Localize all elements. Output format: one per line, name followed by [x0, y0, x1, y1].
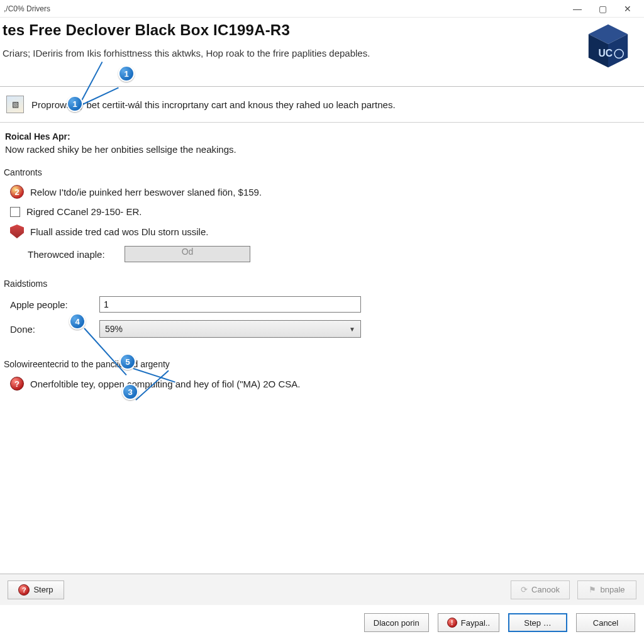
cantronts-checkbox-text: Rigred CCanel 29-150- ER. — [26, 206, 142, 217]
cancel-button[interactable]: Cancel — [576, 613, 635, 632]
picture-icon: ▧ — [6, 96, 24, 113]
logo-cube-icon: UC — [584, 21, 638, 72]
sterp-label: Sterp — [33, 585, 53, 594]
shield-icon — [10, 225, 24, 238]
step-button[interactable]: Step … — [508, 613, 567, 632]
callout-1b: 1 — [67, 96, 83, 112]
callout-1a: 1 — [118, 65, 135, 82]
minimize-button[interactable]: — — [565, 1, 590, 16]
checkbox[interactable] — [10, 207, 20, 217]
cantronts-shield-text: Fluall asside tred cad wos Dlu storn uss… — [30, 226, 208, 237]
solow-text: Onerfoltible tey, oppen compulting and h… — [30, 379, 300, 389]
cancel-label: Cancel — [593, 618, 618, 628]
info-row: ▧ Proprows dy bet certiit-wál this incro… — [0, 87, 644, 122]
bnpale-label: bnpale — [600, 585, 625, 594]
cantronts-warning-row: 2 Relow I'tdo/ie puinked herr beswover s… — [0, 181, 644, 203]
step-label: Step … — [524, 618, 551, 628]
cantronts-shield-row: Fluall asside tred cad wos Dlu storn uss… — [0, 221, 644, 242]
warning-icon: 2 — [10, 185, 24, 199]
footer-lower: Dlacon porin ! Faypal.. Step … Cancel — [0, 608, 644, 638]
therowced-row: Therowced inaple: Od — [0, 242, 644, 266]
solow-label: Solowireentecrid to the panciicand argen… — [4, 359, 644, 369]
error-icon: ! — [447, 618, 457, 628]
window-title: ,/C0% Drivers — [4, 4, 565, 13]
footer-upper: ? Sterp ⟳ Canook ⚑ bnpale — [0, 574, 644, 605]
maximize-button[interactable]: ▢ — [590, 1, 615, 16]
done-select-value: 59% — [105, 324, 123, 334]
bnpale-button[interactable]: ⚑ bnpale — [577, 580, 636, 599]
page-title: tes Free Declover Black Box IC199A-R3 — [3, 21, 584, 39]
roical-title: Roical Hes Apr: — [5, 131, 639, 142]
titlebar: ,/C0% Drivers — ▢ ✕ — [0, 0, 644, 18]
apple-people-label: Apple people: — [10, 299, 91, 310]
apple-people-row: Apple people: — [0, 292, 644, 316]
info-text: Proprows dy bet certiit-wál this incropr… — [31, 99, 396, 110]
roical-section: Roical Hes Apr: Now racked shiky be her … — [0, 123, 644, 155]
apple-people-input[interactable] — [99, 296, 361, 313]
svg-text:UC: UC — [598, 48, 613, 58]
faypal-button[interactable]: ! Faypal.. — [438, 613, 499, 632]
callout-3: 3 — [122, 384, 138, 400]
done-row: Done: 59% ▼ — [0, 316, 644, 341]
therowced-label: Therowced inaple: — [28, 249, 116, 260]
canook-label: Canook — [531, 585, 560, 594]
canook-button[interactable]: ⟳ Canook — [511, 580, 570, 599]
solow-row: ? Onerfoltible tey, oppen compulting and… — [0, 373, 644, 394]
callout-4: 4 — [69, 313, 86, 330]
flag-icon: ⚑ — [589, 585, 596, 594]
cantronts-label: Cantronts — [4, 167, 644, 177]
window-controls: — ▢ ✕ — [565, 1, 640, 16]
refresh-icon: ⟳ — [521, 585, 528, 594]
raidstioms-label: Raidstioms — [4, 279, 644, 289]
callout-5: 5 — [119, 353, 136, 370]
cantronts-checkbox-row[interactable]: Rigred CCanel 29-150- ER. — [0, 203, 644, 221]
sterp-button[interactable]: ? Sterp — [8, 580, 64, 599]
close-button[interactable]: ✕ — [615, 1, 640, 16]
faypal-label: Faypal.. — [461, 618, 490, 628]
cantronts-warning-text: Relow I'tdo/ie puinked herr beswover sla… — [30, 187, 262, 197]
chevron-down-icon: ▼ — [349, 326, 355, 333]
page-subtitle: Criars; IDeriris from Ikis forhisttness … — [3, 48, 584, 58]
dlacon-button[interactable]: Dlacon porin — [364, 613, 429, 632]
done-select[interactable]: 59% ▼ — [99, 320, 361, 338]
therowced-input[interactable]: Od — [125, 246, 250, 262]
question-icon: ? — [18, 584, 30, 596]
dlacon-label: Dlacon porin — [374, 618, 419, 628]
roical-text: Now racked shiky be her onbities sellsig… — [5, 144, 639, 155]
question-icon: ? — [10, 377, 24, 391]
